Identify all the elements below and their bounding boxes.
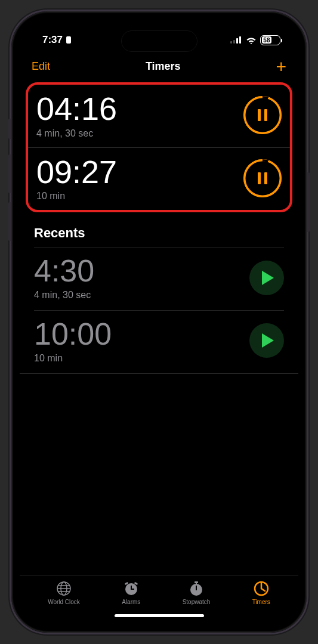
alarm-icon: [123, 580, 140, 597]
location-icon: [65, 36, 72, 44]
svg-rect-20: [196, 586, 197, 590]
active-timer-row[interactable]: 04:16 4 min, 30 sec: [28, 85, 290, 148]
tab-label: Alarms: [122, 599, 140, 605]
battery-pct: 58: [262, 36, 272, 44]
svg-marker-6: [262, 333, 274, 348]
timer-remaining: 04:16: [36, 92, 117, 126]
tab-label: Timers: [252, 599, 270, 605]
tab-timers[interactable]: Timers: [252, 580, 270, 605]
svg-rect-0: [66, 36, 71, 44]
pause-button[interactable]: [243, 159, 282, 197]
timer-label: 10 min: [36, 191, 117, 202]
svg-rect-18: [194, 581, 198, 583]
tab-bar: World Clock Alarms Stopwatch Timers: [20, 575, 298, 606]
recents-list: 4:30 4 min, 30 sec 10:00 10 min: [20, 247, 298, 373]
recent-timer-row[interactable]: 4:30 4 min, 30 sec: [34, 247, 284, 310]
play-icon: [262, 271, 274, 285]
stopwatch-icon: [188, 580, 205, 597]
cellular-icon: [230, 36, 242, 44]
timer-remaining: 09:27: [36, 155, 117, 189]
screen: 7:37 58 Edit Timers + 04:16 4 min, 30 se…: [20, 20, 298, 624]
tab-alarms[interactable]: Alarms: [122, 580, 140, 605]
volume-down-button: [8, 202, 11, 241]
recent-duration: 10:00: [34, 318, 112, 351]
svg-rect-2: [233, 40, 235, 44]
dynamic-island: [121, 30, 197, 52]
svg-rect-19: [196, 583, 197, 585]
clock-text: 7:37: [42, 34, 63, 46]
edit-button[interactable]: Edit: [32, 60, 50, 73]
svg-rect-1: [230, 41, 232, 44]
start-button[interactable]: [249, 261, 284, 295]
svg-rect-4: [239, 36, 241, 44]
recent-label: 4 min, 30 sec: [34, 290, 94, 301]
tab-label: Stopwatch: [183, 599, 211, 605]
phone-frame: 7:37 58 Edit Timers + 04:16 4 min, 30 se…: [10, 10, 308, 634]
play-icon: [262, 333, 274, 348]
timer-label: 4 min, 30 sec: [36, 128, 117, 139]
status-time: 7:37: [42, 34, 72, 46]
svg-marker-5: [262, 271, 274, 285]
recent-duration: 4:30: [34, 255, 94, 287]
start-button[interactable]: [249, 323, 284, 358]
svg-rect-3: [236, 38, 238, 44]
nav-bar: Edit Timers +: [20, 54, 298, 81]
active-timers-highlight: 04:16 4 min, 30 sec 09:27 10 min: [26, 82, 292, 212]
tab-world-clock[interactable]: World Clock: [48, 580, 80, 605]
home-indicator[interactable]: [20, 606, 298, 624]
tab-label: World Clock: [48, 599, 80, 605]
recent-label: 10 min: [34, 353, 112, 364]
timer-icon: [253, 580, 270, 597]
add-timer-button[interactable]: +: [276, 61, 286, 73]
side-button: [307, 172, 310, 232]
globe-icon: [55, 580, 72, 597]
mute-switch: [8, 119, 11, 139]
battery-icon: 58: [260, 35, 280, 45]
active-timer-row[interactable]: 09:27 10 min: [28, 148, 290, 210]
page-title: Timers: [146, 60, 181, 73]
svg-rect-14: [131, 589, 134, 590]
recent-timer-row[interactable]: 10:00 10 min: [34, 310, 284, 373]
recents-heading: Recents: [20, 212, 298, 247]
pause-button[interactable]: [243, 96, 282, 134]
wifi-icon: [246, 36, 257, 44]
volume-up-button: [8, 154, 11, 193]
tab-stopwatch[interactable]: Stopwatch: [183, 580, 211, 605]
